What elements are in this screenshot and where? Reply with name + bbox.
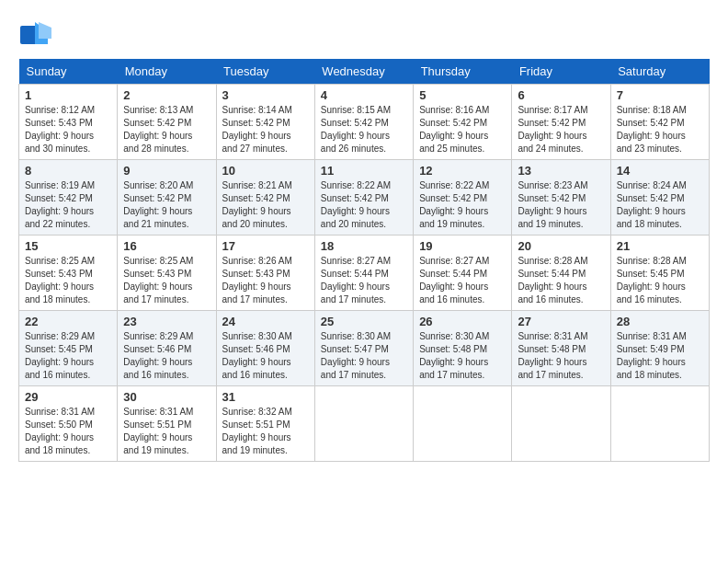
calendar-cell: 5 Sunrise: 8:16 AMSunset: 5:42 PMDayligh… <box>414 85 512 160</box>
svg-marker-2 <box>39 22 51 39</box>
calendar-cell: 16 Sunrise: 8:25 AMSunset: 5:43 PMDaylig… <box>118 236 216 311</box>
calendar-cell: 24 Sunrise: 8:30 AMSunset: 5:46 PMDaylig… <box>216 311 314 386</box>
calendar-cell: 12 Sunrise: 8:22 AMSunset: 5:42 PMDaylig… <box>414 160 512 236</box>
day-info: Sunrise: 8:31 AMSunset: 5:49 PMDaylight:… <box>617 331 687 380</box>
day-number: 9 <box>123 164 210 178</box>
calendar-cell: 11 Sunrise: 8:22 AMSunset: 5:42 PMDaylig… <box>314 160 413 236</box>
calendar-cell: 10 Sunrise: 8:21 AMSunset: 5:42 PMDaylig… <box>216 160 314 236</box>
day-number: 1 <box>25 88 111 102</box>
day-number: 31 <box>222 390 309 404</box>
calendar-cell: 19 Sunrise: 8:27 AMSunset: 5:44 PMDaylig… <box>414 236 512 311</box>
day-info: Sunrise: 8:31 AMSunset: 5:48 PMDaylight:… <box>518 331 587 380</box>
calendar-header-tuesday: Tuesday <box>216 59 314 85</box>
day-info: Sunrise: 8:20 AMSunset: 5:42 PMDaylight:… <box>123 180 193 229</box>
day-number: 22 <box>25 315 111 328</box>
calendar-cell: 22 Sunrise: 8:29 AMSunset: 5:45 PMDaylig… <box>19 311 118 386</box>
calendar-cell: 13 Sunrise: 8:23 AMSunset: 5:42 PMDaylig… <box>512 160 610 236</box>
calendar-cell: 1 Sunrise: 8:12 AMSunset: 5:43 PMDayligh… <box>19 85 118 160</box>
calendar-header-row: SundayMondayTuesdayWednesdayThursdayFrid… <box>19 59 710 85</box>
calendar-cell <box>314 386 413 462</box>
calendar-cell: 25 Sunrise: 8:30 AMSunset: 5:47 PMDaylig… <box>314 311 413 386</box>
day-info: Sunrise: 8:31 AMSunset: 5:50 PMDaylight:… <box>25 407 95 455</box>
calendar-cell: 15 Sunrise: 8:25 AMSunset: 5:43 PMDaylig… <box>19 236 118 311</box>
day-number: 16 <box>123 239 210 253</box>
day-info: Sunrise: 8:13 AMSunset: 5:42 PMDaylight:… <box>123 105 193 154</box>
page-header <box>18 18 710 52</box>
day-number: 21 <box>617 239 703 253</box>
calendar-cell: 30 Sunrise: 8:31 AMSunset: 5:51 PMDaylig… <box>118 386 216 462</box>
day-info: Sunrise: 8:15 AMSunset: 5:42 PMDaylight:… <box>321 105 391 154</box>
day-info: Sunrise: 8:22 AMSunset: 5:42 PMDaylight:… <box>321 180 391 229</box>
calendar-cell <box>512 386 610 462</box>
day-number: 6 <box>518 88 604 102</box>
day-info: Sunrise: 8:29 AMSunset: 5:46 PMDaylight:… <box>123 331 193 380</box>
day-number: 18 <box>321 239 407 253</box>
calendar-header-monday: Monday <box>118 59 216 85</box>
calendar-week-row: 29 Sunrise: 8:31 AMSunset: 5:50 PMDaylig… <box>19 386 710 462</box>
calendar-cell: 26 Sunrise: 8:30 AMSunset: 5:48 PMDaylig… <box>414 311 512 386</box>
calendar-cell: 9 Sunrise: 8:20 AMSunset: 5:42 PMDayligh… <box>118 160 216 236</box>
calendar-cell: 8 Sunrise: 8:19 AMSunset: 5:42 PMDayligh… <box>19 160 118 236</box>
calendar-cell: 29 Sunrise: 8:31 AMSunset: 5:50 PMDaylig… <box>19 386 118 462</box>
calendar-table: SundayMondayTuesdayWednesdayThursdayFrid… <box>18 59 710 462</box>
day-info: Sunrise: 8:12 AMSunset: 5:43 PMDaylight:… <box>25 105 95 154</box>
day-number: 11 <box>321 164 407 178</box>
day-info: Sunrise: 8:18 AMSunset: 5:42 PMDaylight:… <box>617 105 687 154</box>
calendar-week-row: 1 Sunrise: 8:12 AMSunset: 5:43 PMDayligh… <box>19 85 710 160</box>
calendar-week-row: 8 Sunrise: 8:19 AMSunset: 5:42 PMDayligh… <box>19 160 710 236</box>
calendar-cell: 28 Sunrise: 8:31 AMSunset: 5:49 PMDaylig… <box>610 311 709 386</box>
day-info: Sunrise: 8:32 AMSunset: 5:51 PMDaylight:… <box>222 407 292 455</box>
calendar-cell: 17 Sunrise: 8:26 AMSunset: 5:43 PMDaylig… <box>216 236 314 311</box>
day-number: 10 <box>222 164 309 178</box>
day-info: Sunrise: 8:17 AMSunset: 5:42 PMDaylight:… <box>518 105 587 154</box>
day-info: Sunrise: 8:19 AMSunset: 5:42 PMDaylight:… <box>25 180 95 229</box>
calendar-cell: 6 Sunrise: 8:17 AMSunset: 5:42 PMDayligh… <box>512 85 610 160</box>
day-number: 26 <box>419 315 506 328</box>
calendar-header-wednesday: Wednesday <box>314 59 413 85</box>
day-number: 29 <box>25 390 111 404</box>
day-info: Sunrise: 8:27 AMSunset: 5:44 PMDaylight:… <box>419 256 489 304</box>
calendar-header-friday: Friday <box>512 59 610 85</box>
calendar-cell: 14 Sunrise: 8:24 AMSunset: 5:42 PMDaylig… <box>610 160 709 236</box>
day-info: Sunrise: 8:21 AMSunset: 5:42 PMDaylight:… <box>222 180 292 229</box>
day-info: Sunrise: 8:30 AMSunset: 5:48 PMDaylight:… <box>419 331 489 380</box>
calendar-cell: 18 Sunrise: 8:27 AMSunset: 5:44 PMDaylig… <box>314 236 413 311</box>
day-info: Sunrise: 8:25 AMSunset: 5:43 PMDaylight:… <box>25 256 95 304</box>
calendar-cell: 7 Sunrise: 8:18 AMSunset: 5:42 PMDayligh… <box>610 85 709 160</box>
calendar-cell <box>610 386 709 462</box>
day-number: 19 <box>419 239 506 253</box>
day-number: 15 <box>25 239 111 253</box>
calendar-week-row: 22 Sunrise: 8:29 AMSunset: 5:45 PMDaylig… <box>19 311 710 386</box>
day-info: Sunrise: 8:22 AMSunset: 5:42 PMDaylight:… <box>419 180 489 229</box>
calendar-header-saturday: Saturday <box>610 59 709 85</box>
day-number: 25 <box>321 315 407 328</box>
day-number: 7 <box>617 88 703 102</box>
day-info: Sunrise: 8:16 AMSunset: 5:42 PMDaylight:… <box>419 105 489 154</box>
day-info: Sunrise: 8:30 AMSunset: 5:47 PMDaylight:… <box>321 331 391 380</box>
day-number: 17 <box>222 239 309 253</box>
day-number: 23 <box>123 315 210 328</box>
day-number: 3 <box>222 88 309 102</box>
day-info: Sunrise: 8:23 AMSunset: 5:42 PMDaylight:… <box>518 180 587 229</box>
calendar-cell <box>414 386 512 462</box>
day-number: 20 <box>518 239 604 253</box>
logo-icon <box>18 18 51 52</box>
day-info: Sunrise: 8:27 AMSunset: 5:44 PMDaylight:… <box>321 256 391 304</box>
day-info: Sunrise: 8:24 AMSunset: 5:42 PMDaylight:… <box>617 180 687 229</box>
calendar-cell: 21 Sunrise: 8:28 AMSunset: 5:45 PMDaylig… <box>610 236 709 311</box>
day-number: 4 <box>321 88 407 102</box>
calendar-cell: 2 Sunrise: 8:13 AMSunset: 5:42 PMDayligh… <box>118 85 216 160</box>
day-info: Sunrise: 8:28 AMSunset: 5:44 PMDaylight:… <box>518 256 587 304</box>
day-info: Sunrise: 8:28 AMSunset: 5:45 PMDaylight:… <box>617 256 687 304</box>
day-number: 2 <box>123 88 210 102</box>
day-number: 14 <box>617 164 703 178</box>
logo <box>18 18 55 52</box>
day-number: 13 <box>518 164 604 178</box>
calendar-cell: 20 Sunrise: 8:28 AMSunset: 5:44 PMDaylig… <box>512 236 610 311</box>
calendar-cell: 31 Sunrise: 8:32 AMSunset: 5:51 PMDaylig… <box>216 386 314 462</box>
day-info: Sunrise: 8:25 AMSunset: 5:43 PMDaylight:… <box>123 256 193 304</box>
day-info: Sunrise: 8:26 AMSunset: 5:43 PMDaylight:… <box>222 256 292 304</box>
day-number: 28 <box>617 315 703 328</box>
day-number: 8 <box>25 164 111 178</box>
calendar-header-thursday: Thursday <box>414 59 512 85</box>
